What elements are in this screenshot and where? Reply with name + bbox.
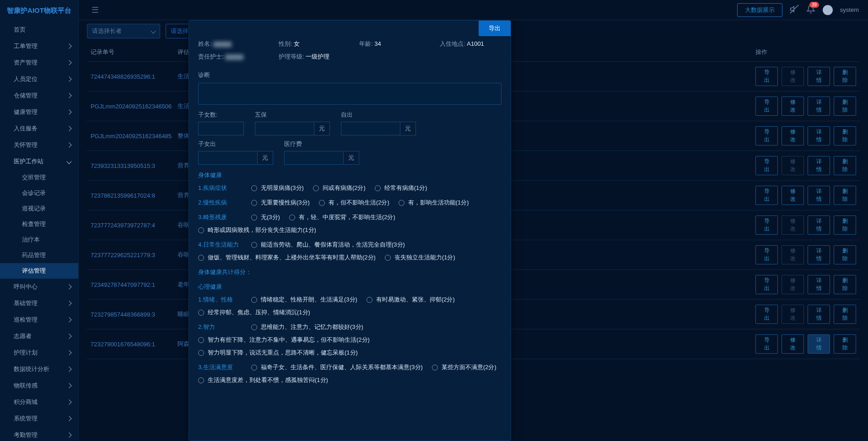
sidebar-item[interactable]: 健康管理 xyxy=(0,104,78,120)
row-delete-button[interactable]: 删除 xyxy=(834,275,856,294)
row-edit-button[interactable]: 修改 xyxy=(782,186,804,205)
radio-option[interactable]: 畸形或因病致残，部分丧失生活能力(1分) xyxy=(198,226,316,234)
row-delete-button[interactable]: 删除 xyxy=(834,305,856,324)
sidebar-item[interactable]: 工单管理 xyxy=(0,38,78,54)
row-delete-button[interactable]: 删除 xyxy=(834,156,856,175)
elder-select[interactable]: 请选择长者 xyxy=(87,24,160,38)
row-edit-button[interactable]: 修改 xyxy=(782,156,804,175)
row-edit-button[interactable]: 修改 xyxy=(782,97,804,116)
radio-option[interactable]: 做饭、管理钱财、料理家务、上楼外出坐车等有时需人帮助(2分) xyxy=(198,253,376,262)
row-edit-button[interactable]: 修改 xyxy=(782,215,804,235)
sidebar-sub-item[interactable]: 巡视记录 xyxy=(0,201,78,216)
sidebar-item[interactable]: 人员定位 xyxy=(0,71,78,87)
radio-option[interactable]: 有时易激动、紧张、抑郁(2分) xyxy=(367,296,455,304)
radio-option[interactable]: 经常有病痛(1分) xyxy=(375,184,427,192)
radio-option[interactable]: 有，但不影响生活(2分) xyxy=(319,199,389,207)
row-delete-button[interactable]: 删除 xyxy=(834,186,856,205)
sidebar-item[interactable]: 系统管理 xyxy=(0,410,78,427)
sidebar-item[interactable]: 医护工作站 xyxy=(0,153,78,170)
radio-option[interactable]: 生活满意度差，到处看不惯，感孤独苦闷(1分) xyxy=(198,376,328,384)
row-detail-button[interactable]: 详情 xyxy=(808,67,830,86)
sidebar-sub-item[interactable]: 检查管理 xyxy=(0,216,78,232)
radio-option[interactable]: 智力有些下降、注意力不集中、遇事易忘，但不影响生活(2分) xyxy=(198,336,370,344)
sidebar-item[interactable]: 考勤管理 xyxy=(0,427,78,441)
sidebar-item[interactable]: 入住服务 xyxy=(0,120,78,137)
medical-input[interactable] xyxy=(284,151,344,165)
row-detail-button[interactable]: 详情 xyxy=(808,215,830,235)
row-export-button[interactable]: 导出 xyxy=(755,156,778,175)
hamburger-icon[interactable]: ☰ xyxy=(92,5,99,15)
export-button[interactable]: 导出 xyxy=(479,21,511,36)
self-input[interactable] xyxy=(341,122,400,135)
row-delete-button[interactable]: 删除 xyxy=(834,97,856,116)
row-export-button[interactable]: 导出 xyxy=(755,67,778,86)
radio-option[interactable]: 思维能力、注意力、记忆力都较好(3分) xyxy=(251,323,363,331)
sidebar-item[interactable]: 仓储管理 xyxy=(0,87,78,104)
bell-icon[interactable]: 39 xyxy=(806,5,815,15)
radio-option[interactable]: 能适当劳动、爬山、餐假体育活动，生活完全自理(3分) xyxy=(251,241,405,249)
row-edit-button[interactable]: 修改 xyxy=(782,334,804,354)
radio-option[interactable]: 智力明显下降，说话无重点，思路不清晰，健忘呆板(1分) xyxy=(198,349,358,357)
sidebar-item[interactable]: 积分商城 xyxy=(0,394,78,410)
children-count-input[interactable] xyxy=(198,122,244,135)
row-delete-button[interactable]: 删除 xyxy=(834,334,856,354)
sidebar-item[interactable]: 资产管理 xyxy=(0,54,78,71)
mute-icon[interactable] xyxy=(790,5,799,15)
row-export-button[interactable]: 导出 xyxy=(755,245,778,264)
row-delete-button[interactable]: 删除 xyxy=(834,245,856,264)
sidebar-item[interactable]: 关怀管理 xyxy=(0,137,78,153)
row-delete-button[interactable]: 删除 xyxy=(834,126,856,145)
avatar[interactable] xyxy=(823,5,833,15)
radio-option[interactable]: 无明显病痛(3分) xyxy=(251,184,304,192)
sidebar-item[interactable]: 物联传感 xyxy=(0,377,78,394)
radio-option[interactable]: 有，轻、中度驼背，不影响生活(2分) xyxy=(289,213,395,221)
sidebar-sub-item[interactable]: 交班管理 xyxy=(0,170,78,185)
row-detail-button[interactable]: 详情 xyxy=(808,156,830,175)
row-edit-button[interactable]: 修改 xyxy=(782,275,804,294)
radio-option[interactable]: 某些方面不满意(2分) xyxy=(432,363,496,371)
radio-option[interactable]: 丧失独立生活能力(1分) xyxy=(385,253,455,262)
radio-option[interactable]: 有，影响生活功能(1分) xyxy=(399,199,469,207)
sidebar-sub-item[interactable]: 会诊记录 xyxy=(0,185,78,201)
sidebar-item[interactable]: 基础管理 xyxy=(0,295,78,312)
row-export-button[interactable]: 导出 xyxy=(755,126,778,145)
row-edit-button[interactable]: 修改 xyxy=(782,245,804,264)
sidebar-item[interactable]: 数据统计分析 xyxy=(0,361,78,377)
sidebar-item[interactable]: 呼叫中心 xyxy=(0,279,78,295)
row-detail-button[interactable]: 详情 xyxy=(808,186,830,205)
radio-option[interactable]: 福奇子女、生活条件、医疗保健、人际关系等都基本满意(3分) xyxy=(251,363,423,371)
radio-option[interactable]: 经常抑郁、焦虑、压抑、情绪消沉(1分) xyxy=(198,308,310,317)
sidebar-item[interactable]: 首页 xyxy=(0,22,78,38)
row-export-button[interactable]: 导出 xyxy=(755,334,778,354)
row-detail-button[interactable]: 详情 xyxy=(808,126,830,145)
row-detail-button[interactable]: 详情 xyxy=(808,334,830,354)
radio-option[interactable]: 无重要慢性病(3分) xyxy=(251,199,310,207)
sidebar-sub-item[interactable]: 治疗本 xyxy=(0,232,78,247)
radio-option[interactable]: 情绪稳定、性格开朗、生活满足(3分) xyxy=(251,296,357,304)
row-edit-button[interactable]: 修改 xyxy=(782,305,804,324)
row-edit-button[interactable]: 修改 xyxy=(782,67,804,86)
row-detail-button[interactable]: 详情 xyxy=(808,97,830,116)
children-out-input[interactable] xyxy=(198,151,258,165)
sidebar-sub-item[interactable]: 评估管理 xyxy=(0,263,78,279)
big-data-button[interactable]: 大数据展示 xyxy=(737,3,782,17)
sidebar-item[interactable]: 护理计划 xyxy=(0,344,78,361)
row-export-button[interactable]: 导出 xyxy=(755,97,778,116)
row-export-button[interactable]: 导出 xyxy=(755,215,778,235)
row-export-button[interactable]: 导出 xyxy=(755,275,778,294)
row-detail-button[interactable]: 详情 xyxy=(808,305,830,324)
row-delete-button[interactable]: 删除 xyxy=(834,215,856,235)
sidebar-sub-item[interactable]: 药品管理 xyxy=(0,247,78,263)
sidebar-item[interactable]: 志愿者 xyxy=(0,328,78,344)
row-export-button[interactable]: 导出 xyxy=(755,186,778,205)
sidebar-item[interactable]: 巡检管理 xyxy=(0,312,78,328)
row-edit-button[interactable]: 修改 xyxy=(782,126,804,145)
wubao-input[interactable] xyxy=(255,122,314,135)
diagnosis-textarea[interactable] xyxy=(198,83,501,105)
row-delete-button[interactable]: 删除 xyxy=(834,67,856,86)
row-detail-button[interactable]: 详情 xyxy=(808,245,830,264)
radio-option[interactable]: 无(3分) xyxy=(251,213,280,221)
row-export-button[interactable]: 导出 xyxy=(755,305,778,324)
row-detail-button[interactable]: 详情 xyxy=(808,275,830,294)
radio-option[interactable]: 间或有病痛(2分) xyxy=(313,184,366,192)
